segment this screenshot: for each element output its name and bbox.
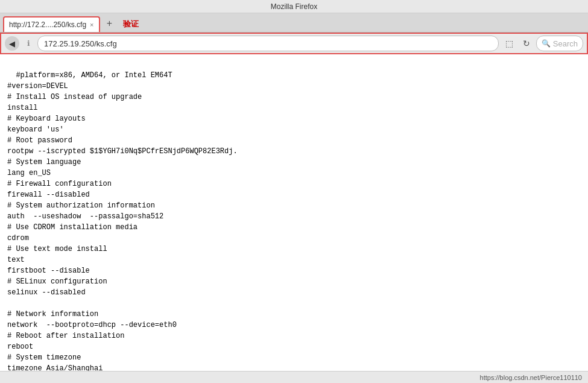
search-placeholder: Search bbox=[553, 39, 578, 48]
nav-actions: ⬚ ↻ 🔍 Search bbox=[502, 36, 583, 51]
new-tab-button[interactable]: + bbox=[103, 16, 117, 31]
file-content: #platform=x86, AMD64, or Intel EM64T #ve… bbox=[7, 71, 238, 371]
external-label: 验证 bbox=[123, 19, 139, 30]
search-icon: 🔍 bbox=[542, 39, 551, 48]
reload-button[interactable]: ↻ bbox=[519, 36, 534, 51]
status-url: https://blog.csdn.net/Pierce110110 bbox=[480, 374, 582, 381]
url-text: 172.25.19.250/ks.cfg bbox=[44, 39, 117, 48]
content-area: #platform=x86, AMD64, or Intel EM64T #ve… bbox=[0, 54, 588, 371]
active-tab[interactable]: http://172.2....250/ks.cfg × bbox=[3, 16, 100, 32]
screenshot-button[interactable]: ⬚ bbox=[502, 36, 517, 51]
search-bar[interactable]: 🔍 Search bbox=[536, 36, 583, 51]
tab-title: http://172.2....250/ks.cfg bbox=[9, 21, 86, 29]
status-bar: https://blog.csdn.net/Pierce110110 bbox=[0, 371, 588, 383]
info-icon: ℹ bbox=[23, 38, 34, 49]
title-bar: Mozilla Firefox bbox=[0, 0, 588, 13]
window-title: Mozilla Firefox bbox=[271, 2, 317, 11]
back-icon: ◀ bbox=[9, 39, 15, 48]
back-button[interactable]: ◀ bbox=[5, 36, 19, 51]
nav-bar: ◀ ℹ 172.25.19.250/ks.cfg ⬚ ↻ 🔍 Search bbox=[0, 33, 588, 54]
url-bar[interactable]: 172.25.19.250/ks.cfg bbox=[37, 36, 499, 51]
tab-bar: http://172.2....250/ks.cfg × + 验证 bbox=[0, 13, 588, 33]
tab-close-button[interactable]: × bbox=[90, 21, 93, 28]
screenshot-icon: ⬚ bbox=[505, 39, 513, 48]
reload-icon: ↻ bbox=[523, 39, 530, 48]
